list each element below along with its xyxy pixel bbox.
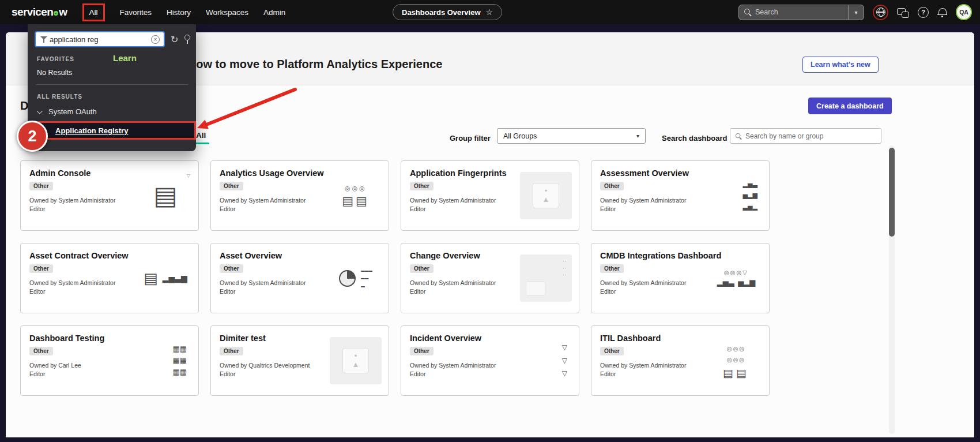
favorites-header: FAVORITES [37, 56, 187, 62]
group-filter-value: All Groups [503, 132, 537, 140]
nav-item-workspaces[interactable]: Workspaces [206, 8, 248, 17]
placeholder-icon [520, 254, 572, 302]
pin-icon[interactable] [184, 35, 190, 44]
card-cmdb-integrations-dashboard[interactable]: CMDB Integrations Dashboard Other Owned … [591, 243, 770, 313]
all-results-header: ALL RESULTS [37, 93, 187, 100]
pie-funnel-icon [330, 254, 382, 302]
globe-glyph-icon [876, 8, 885, 17]
favorites-empty-text: No Results [37, 69, 187, 77]
avatar[interactable]: QA [956, 4, 972, 20]
card-change-overview[interactable]: Change Overview Other Owned by System Ad… [401, 243, 579, 313]
bar-charts-icon [710, 172, 762, 219]
nav-item-favorites[interactable]: Favorites [120, 8, 152, 17]
search-icon [744, 9, 751, 16]
chevron-down-icon [37, 108, 43, 114]
card-asset-contract-overview[interactable]: Asset Contract Overview Other Owned by S… [20, 243, 199, 313]
card-itil-dashboard[interactable]: ITIL Dashboard Other Owned by System Adm… [591, 325, 770, 396]
dashboard-context-pill[interactable]: Dashboards Overview [393, 4, 502, 20]
gauges-tables-icon [710, 337, 762, 384]
banner-title: Learn how to move to Platform Analytics … [154, 58, 442, 71]
menu-group-label: System OAuth [48, 107, 97, 116]
card-badge: Other [29, 347, 53, 355]
card-badge: Other [410, 347, 434, 355]
top-nav: servicen w All Favorites History Workspa… [0, 0, 980, 24]
gauges-bars-icon [710, 254, 762, 302]
logo-text-right: w [59, 6, 67, 18]
menu-item-label: Application Registry [55, 126, 128, 135]
card-admin-console[interactable]: Admin Console Other Owned by System Admi… [20, 160, 199, 231]
refresh-icon[interactable] [171, 34, 178, 45]
card-badge: Other [600, 182, 624, 190]
search-dropdown-caret-icon[interactable] [848, 5, 864, 20]
card-badge: Other [220, 347, 243, 355]
help-icon[interactable] [918, 7, 929, 18]
global-search [738, 5, 864, 20]
star-icon[interactable] [486, 7, 493, 17]
servicenow-logo[interactable]: servicen w [12, 6, 67, 18]
menu-filter-row [28, 24, 196, 47]
funnel-rows-icon [520, 337, 572, 384]
card-incident-overview[interactable]: Incident Overview Other Owned by System … [401, 325, 579, 396]
card-asset-overview[interactable]: Asset Overview Other Owned by System Adm… [210, 243, 389, 313]
clear-filter-icon[interactable] [151, 35, 160, 44]
card-dashboard-testing[interactable]: Dashboard Testing Other Owned by Carl Le… [20, 325, 199, 396]
chevron-down-icon [636, 133, 639, 139]
menu-item-application-registry[interactable]: Application Registry [28, 121, 196, 140]
learn-whats-new-button[interactable]: Learn what's new [802, 57, 879, 73]
global-search-input[interactable] [751, 8, 848, 16]
gauges-tables-icon [330, 172, 382, 219]
card-badge: Other [410, 264, 434, 273]
annotation-step-circle: 2 [17, 121, 48, 152]
image-placeholder-icon [520, 172, 572, 219]
card-badge: Other [29, 182, 53, 190]
card-application-fingerprints[interactable]: Application Fingerprints Other Owned by … [401, 160, 579, 231]
card-badge: Other [410, 182, 434, 190]
context-pill-label: Dashboards Overview [402, 8, 481, 17]
menu-group-system-oauth[interactable]: System OAuth [36, 107, 187, 116]
table-bars-icon [140, 254, 191, 302]
all-menu-panel: FAVORITES No Results ALL RESULTS System … [28, 24, 196, 151]
card-badge: Other [220, 182, 243, 190]
filter-funnel-icon [40, 36, 47, 43]
group-filter-label: Group filter [450, 134, 491, 143]
logo-green-ring-icon [54, 11, 58, 16]
card-assessment-overview[interactable]: Assessment Overview Other Owned by Syste… [591, 160, 770, 231]
dashboard-search [730, 128, 881, 144]
create-dashboard-button[interactable]: Create a dashboard [808, 98, 892, 114]
menu-filter-input[interactable] [50, 35, 151, 44]
image-placeholder-icon [330, 337, 382, 384]
chat-icon[interactable] [897, 7, 909, 18]
menu-filter-field [35, 31, 165, 47]
card-badge: Other [600, 347, 624, 355]
menu-divider [36, 84, 188, 85]
nav-item-admin[interactable]: Admin [263, 8, 285, 17]
card-dimiter-test[interactable]: Dimiter test Other Owned by Qualtrics De… [210, 325, 389, 396]
card-badge: Other [29, 264, 53, 273]
banner-thumbnail-label: Learn [113, 53, 137, 63]
card-badge: Other [220, 264, 243, 273]
tab-all[interactable]: All [196, 131, 206, 144]
group-filter-select[interactable]: All Groups [497, 128, 646, 144]
dashboard-card-grid: Admin Console Other Owned by System Admi… [20, 160, 770, 396]
card-analytics-usage-overview[interactable]: Analytics Usage Overview Other Owned by … [210, 160, 389, 231]
nav-item-all[interactable]: All [82, 3, 105, 21]
logo-text-left: servicen [12, 6, 53, 18]
scrollbar-track [889, 145, 895, 434]
notifications-bell-icon[interactable] [937, 7, 947, 18]
scrollbar-thumb[interactable] [889, 148, 895, 237]
search-icon [736, 133, 741, 138]
card-badge: Other [600, 264, 624, 273]
grid-squares-icon [140, 337, 191, 384]
dashboard-search-input[interactable] [742, 132, 876, 140]
search-dashboard-label: Search dashboard [662, 134, 727, 143]
table-icon [140, 172, 191, 219]
globe-icon[interactable] [873, 5, 888, 20]
nav-item-history[interactable]: History [167, 8, 191, 17]
